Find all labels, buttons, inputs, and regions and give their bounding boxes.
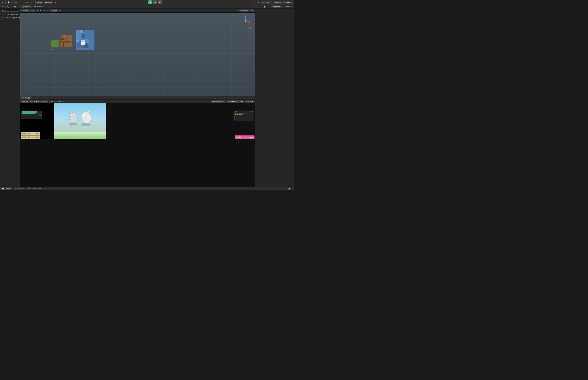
aspect-label: 16:9 Landscape (33, 100, 45, 102)
mute-label: Mute Audio (228, 100, 236, 102)
effects-icon[interactable]: ✦ (43, 9, 46, 12)
scene-tab-bar: 🎬 Scene 🎞 Animator ⋮ (20, 5, 255, 8)
svg-point-25 (51, 49, 52, 50)
view-mode-btn[interactable]: 2D (31, 9, 35, 12)
bottom-lock-icon[interactable]: 🔒 (288, 188, 290, 190)
scene-tab-menu[interactable]: ⋮ (251, 5, 255, 8)
gizmos-dropdown[interactable]: Gizmos ▾ (240, 9, 249, 12)
svg-rect-1 (51, 40, 53, 41)
game-tab[interactable]: 🎮 Game (20, 96, 32, 99)
stats-btn[interactable]: Stats (238, 100, 244, 103)
shading-dropdown[interactable]: Shaded ▾ (21, 9, 30, 12)
svg-text:Z: Z (245, 15, 246, 16)
camera-icon[interactable]: 📷 (59, 9, 62, 12)
inspector-icons: 🔒 ⋮ (263, 5, 271, 8)
unity-menu-icon[interactable]: ⊞ (1, 1, 4, 4)
scale-slider[interactable] (54, 101, 64, 102)
transform-tool-icon[interactable]: ⊞ (26, 1, 29, 4)
play-button[interactable]: ▶ (148, 0, 152, 4)
zoom-icon: ⊕ (51, 10, 52, 11)
grid-snap-icon[interactable]: ⊞ (238, 9, 240, 12)
gameobject-icon: ☰ (2, 17, 3, 18)
mute-audio-btn[interactable]: Mute Audio (227, 100, 238, 103)
main-layout: Hierarchy 🔒 ⋮ 🔍 All ▸ ⬡ OverWorldCity ⋮ (0, 5, 294, 187)
account-label: Account (262, 1, 269, 3)
scene-tab-label: Scene (25, 6, 30, 8)
hierarchy-title: Hierarchy (1, 6, 13, 8)
scale-tool-icon[interactable]: ⤡ (18, 1, 21, 4)
pivot-dropdown[interactable]: Pivot ▾ (35, 1, 43, 4)
svg-rect-7 (65, 38, 67, 40)
inspector-more-icon[interactable]: ⋮ (267, 5, 271, 8)
pause-button[interactable]: ⏸ (153, 0, 157, 4)
project-tab[interactable]: 📁 Project (0, 187, 12, 190)
hand-tool-icon[interactable]: ✋ (7, 1, 10, 4)
cloud-icon[interactable]: ☁ (257, 1, 260, 4)
scene-icon: ⬡ (4, 14, 5, 15)
hierarchy-item-overworldcity[interactable]: ▸ ⬡ OverWorldCity ⋮ (0, 13, 20, 16)
maximize-label: Maximize On Play (212, 100, 226, 102)
bottom-menu-icon[interactable]: ⋮ (291, 188, 293, 190)
animator-tab-label: Animator (37, 6, 44, 8)
light-icon[interactable]: ☀ (36, 9, 39, 12)
grid-icon[interactable]: ⊞ (54, 1, 57, 4)
gizmos-label: Gizmos (241, 10, 247, 11)
inspector-lock-icon[interactable]: 🔒 (263, 5, 267, 8)
console-tab[interactable]: ⬛ Console (12, 187, 26, 190)
hierarchy-item-menu[interactable]: ⋮ (18, 14, 19, 15)
chevron-down-icon2: ▾ (51, 1, 52, 3)
gizmos-chevron: ▾ (247, 10, 248, 11)
svg-rect-13 (80, 30, 83, 33)
inspector-tab[interactable]: Inspector (271, 5, 282, 8)
game-gizmos-dropdown[interactable]: Gizmos ▾ (245, 100, 254, 103)
project-tab-icon: 📁 (2, 188, 4, 190)
scene-view-icon[interactable]: ◎ (46, 9, 49, 12)
svg-rect-9 (61, 41, 71, 42)
layout-label: Layout (285, 1, 290, 3)
game-center-view: ⟫ (54, 103, 106, 139)
all-dropdown[interactable]: All (250, 9, 254, 12)
zoom-value: 26966 (52, 10, 57, 11)
svg-rect-6 (61, 38, 64, 40)
hierarchy-menu-icon[interactable]: ⋮ (17, 5, 19, 8)
svg-rect-4 (61, 35, 63, 37)
custom-tool-icon[interactable]: ⋯ (29, 1, 33, 4)
battle-menu-1: 日本語テキスト 13/33 (21, 132, 40, 136)
occlusion-tab[interactable]: Occlusion (282, 5, 294, 8)
game-toolbar-right: Maximize On Play Mute Audio Stats Gizmos… (211, 100, 254, 103)
game-tab-icon: 🎮 (22, 97, 24, 99)
step-button[interactable]: ⏭ (158, 0, 162, 4)
plastic-scm-tab[interactable]: 🌿 Plastic SCM (26, 187, 43, 190)
scene-tab[interactable]: 🎬 Scene (20, 5, 32, 8)
display-chevron: ▾ (30, 100, 31, 102)
maximize-on-play-btn[interactable]: Maximize On Play (211, 100, 227, 103)
hierarchy-lock-icon[interactable]: 🔒 (14, 5, 16, 8)
layers-dropdown[interactable]: Layers ▾ (273, 1, 283, 4)
global-dropdown[interactable]: Global ▾ (44, 1, 54, 4)
display-dropdown[interactable]: Display 1 ▾ (21, 100, 32, 103)
layout-dropdown[interactable]: Layout ▾ (284, 1, 293, 4)
move-tool-icon[interactable]: ✛ (11, 1, 14, 4)
scale-value: 1x (64, 100, 66, 102)
aspect-dropdown[interactable]: 16:9 Landscape ▾ (32, 100, 48, 103)
gizmo-widget: Z X (240, 15, 251, 27)
game-toolbar: Display 1 ▾ 16:9 Landscape ▾ Scale 1x Ma… (20, 100, 255, 103)
game-view: Lv:40 日本語テキスト 13/33 日本語テキスト2 23/33 (20, 103, 255, 187)
hierarchy-content: ▸ ⬡ OverWorldCity ⋮ ▸ ☰ DontDestroyOnLoa… (0, 12, 20, 187)
account-dropdown[interactable]: Account ▾ (261, 1, 272, 4)
hierarchy-item-dontdestroy[interactable]: ▸ ☰ DontDestroyOnLoad (0, 16, 20, 19)
rect-tool-icon[interactable]: ▭ (22, 1, 25, 4)
bottom-panel: 📁 Project ⬛ Console 🌿 Plastic SCM 🔒 ⋮ + … (0, 187, 294, 190)
account-chevron-icon: ▾ (270, 1, 271, 3)
audio-icon[interactable]: 🔊 (39, 9, 42, 12)
shading-chevron: ▾ (29, 10, 29, 11)
svg-point-48 (84, 114, 85, 115)
settings-icon[interactable]: ⚙ (253, 1, 256, 4)
scene-view[interactable]: Z X Top (20, 13, 255, 96)
rotate-tool-icon[interactable]: ↻ (15, 1, 18, 4)
game-tab-menu[interactable]: ⋮ (251, 97, 255, 99)
pink-action-btn[interactable]: 同时挑战 15/13 (235, 135, 255, 139)
svg-rect-23 (81, 40, 83, 42)
animator-tab[interactable]: 🎞 Animator (32, 5, 46, 8)
game-left-hud: Lv:40 日本語テキスト 13/33 日本語テキスト2 23/33 (20, 103, 55, 139)
